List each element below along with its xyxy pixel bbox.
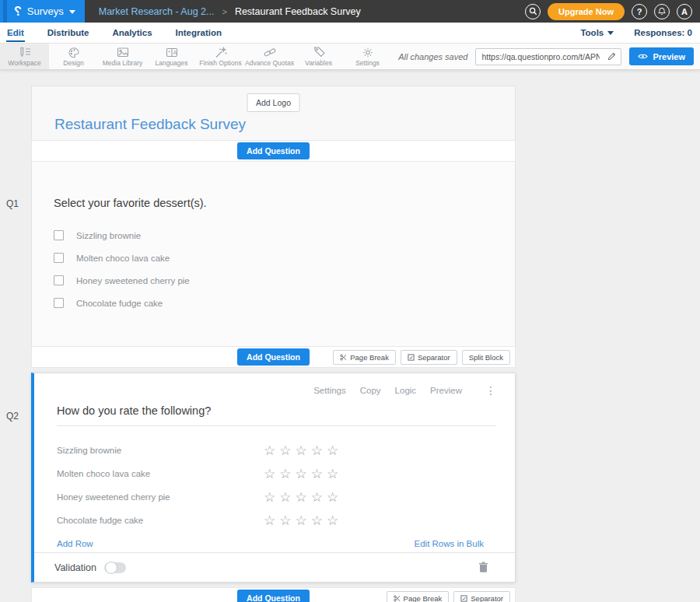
question-logic-button[interactable]: Logic <box>395 386 417 395</box>
breadcrumb-folder-link[interactable]: Market Research - Aug 2... <box>99 6 215 17</box>
page-break-button[interactable]: Page Break <box>333 350 396 365</box>
option-row[interactable]: Honey sweetened cherry pie <box>54 269 493 292</box>
star-rating-icons[interactable]: ☆☆☆☆☆ <box>264 514 342 527</box>
tools-menu[interactable]: Tools <box>580 28 614 37</box>
top-bar: ? Surveys Market Research - Aug 2... > R… <box>0 0 700 23</box>
advance-quotas-icon <box>263 47 277 58</box>
variables-icon <box>312 47 326 58</box>
rating-row-label[interactable]: Chocolate fudge cake <box>57 516 264 525</box>
tab-settings[interactable]: Settings <box>343 44 392 69</box>
tab-distribute[interactable]: Distribute <box>47 23 90 42</box>
star-rating-icons[interactable]: ☆☆☆☆☆ <box>264 444 342 457</box>
add-question-bar-bottom: Add Question Page Break Separator <box>31 587 516 602</box>
split-block-button[interactable]: Split Block <box>462 350 510 365</box>
survey-header-card: Add Logo Restaurant Feedback Survey <box>31 86 516 140</box>
star-rating-icons[interactable]: ☆☆☆☆☆ <box>264 467 342 481</box>
upgrade-now-button[interactable]: Upgrade Now <box>548 3 625 20</box>
question-2-label: Q2 <box>6 411 19 422</box>
question-2-card[interactable]: Q2 Settings Copy Logic Preview ⋮ How do … <box>31 373 516 583</box>
add-question-button[interactable]: Add Question <box>237 590 310 602</box>
help-button[interactable]: ? <box>632 4 647 19</box>
separator-button[interactable]: Separator <box>401 350 457 365</box>
add-logo-button[interactable]: Add Logo <box>247 93 300 112</box>
option-row[interactable]: Molten choco lava cake <box>54 247 493 269</box>
checkbox-icon[interactable] <box>54 275 64 285</box>
option-row[interactable]: Chocolate fudge cake <box>54 292 493 314</box>
question-settings-button[interactable]: Settings <box>313 386 346 395</box>
add-question-bar-mid: Add Question Page Break Separator Split … <box>31 346 516 368</box>
page-break-button[interactable]: Page Break <box>387 591 450 602</box>
add-question-button[interactable]: Add Question <box>237 348 310 366</box>
delete-question-button[interactable] <box>478 562 488 573</box>
edit-toolbar: Workspace Design Media Library *A Langua… <box>0 44 700 70</box>
subnav-right: Tools Responses: 0 <box>580 28 692 37</box>
surveys-menu[interactable]: ? Surveys <box>0 0 85 23</box>
tab-media-library-label: Media Library <box>103 59 143 67</box>
tab-finish-options-label: Finish Options <box>199 59 241 67</box>
svg-text:A: A <box>173 50 177 55</box>
question-1-text[interactable]: Select your favorite dessert(s). <box>54 197 493 209</box>
tab-analytics[interactable]: Analytics <box>111 23 152 42</box>
checkbox-icon[interactable] <box>54 253 64 263</box>
save-status: All changes saved <box>398 52 467 61</box>
edit-url-button[interactable] <box>603 52 621 61</box>
subnav-items: Edit Distribute Analytics Integration <box>6 23 580 42</box>
tab-workspace-label: Workspace <box>8 59 40 67</box>
question-1-block[interactable]: Q1 Select your favorite dessert(s). Sizz… <box>31 162 516 346</box>
rating-row-label[interactable]: Honey sweetened cherry pie <box>57 492 264 502</box>
question-2-text[interactable]: How do you rate the following? <box>57 404 496 426</box>
validation-toggle[interactable] <box>104 562 126 573</box>
languages-icon: *A <box>165 47 179 58</box>
tab-media-library[interactable]: Media Library <box>98 44 147 69</box>
separator-label: Separator <box>418 353 450 362</box>
preview-label: Preview <box>653 52 685 61</box>
preview-button[interactable]: Preview <box>629 47 694 65</box>
help-label: ? <box>637 7 642 16</box>
rating-row: Chocolate fudge cake ☆☆☆☆☆ <box>57 509 515 532</box>
survey-url-box <box>475 48 621 65</box>
tab-design[interactable]: Design <box>49 44 98 69</box>
account-avatar[interactable]: A <box>677 4 692 19</box>
tab-edit[interactable]: Edit <box>6 23 25 42</box>
notifications-button[interactable] <box>654 4 670 19</box>
page-break-label: Page Break <box>404 594 443 602</box>
rating-row-label[interactable]: Sizzling brownie <box>57 446 264 455</box>
tab-workspace[interactable]: Workspace <box>0 44 49 69</box>
question-1-label: Q1 <box>6 198 19 209</box>
add-row-button[interactable]: Add Row <box>57 539 93 548</box>
chevron-down-icon <box>69 10 75 14</box>
tab-integration[interactable]: Integration <box>175 23 222 42</box>
finish-options-icon <box>214 47 228 58</box>
search-button[interactable] <box>525 4 541 19</box>
svg-text:*: * <box>168 50 170 55</box>
add-question-button[interactable]: Add Question <box>237 142 310 159</box>
option-row[interactable]: Sizzling brownie <box>54 224 493 247</box>
tab-variables-label: Variables <box>305 59 332 67</box>
edit-rows-in-bulk-button[interactable]: Edit Rows in Bulk <box>415 539 484 548</box>
star-rating-icons[interactable]: ☆☆☆☆☆ <box>264 491 342 504</box>
question-copy-button[interactable]: Copy <box>360 386 381 395</box>
separator-button[interactable]: Separator <box>453 591 510 602</box>
question-2-toolbar: Settings Copy Logic Preview ⋮ <box>34 373 515 397</box>
more-options-icon[interactable]: ⋮ <box>485 384 496 397</box>
survey-title[interactable]: Restaurant Feedback Survey <box>54 116 246 133</box>
rating-row-label[interactable]: Molten choco lava cake <box>57 469 264 478</box>
checkbox-icon[interactable] <box>54 230 64 240</box>
surveys-menu-label: Surveys <box>27 5 64 17</box>
tab-finish-options[interactable]: Finish Options <box>196 44 245 69</box>
brand-stripe <box>3 0 7 23</box>
workspace-icon <box>18 47 32 58</box>
tab-advance-quotas[interactable]: Advance Quotas <box>245 44 294 69</box>
top-actions: Upgrade Now ? A <box>525 0 700 23</box>
checkbox-icon[interactable] <box>54 298 64 308</box>
option-label: Molten choco lava cake <box>76 254 170 263</box>
question-preview-button[interactable]: Preview <box>430 386 462 395</box>
search-icon <box>529 7 537 16</box>
validation-label: Validation <box>54 562 96 573</box>
split-block-label: Split Block <box>469 353 503 362</box>
tab-variables[interactable]: Variables <box>294 44 343 69</box>
media-library-icon <box>116 47 130 58</box>
survey-url-input[interactable] <box>476 52 603 61</box>
tab-settings-label: Settings <box>355 59 380 67</box>
tab-languages[interactable]: *A Languages <box>147 44 196 69</box>
